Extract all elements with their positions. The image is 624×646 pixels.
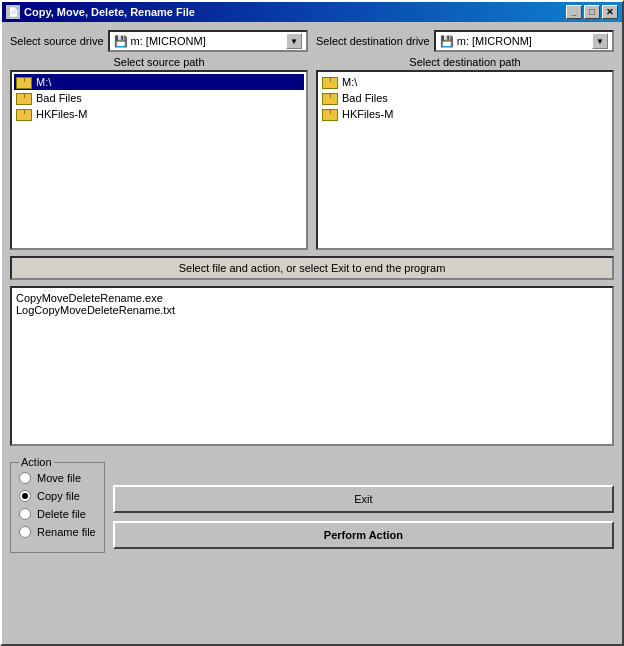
list-item[interactable]: M:\ — [14, 74, 304, 90]
folder-icon — [322, 107, 338, 121]
folder-icon — [16, 91, 32, 105]
source-file-listbox[interactable]: M:\ Bad Files HKFiles-M — [10, 70, 308, 250]
radio-delete-file[interactable]: Delete file — [19, 508, 96, 520]
action-group: Action Move file Copy file Delete file R… — [10, 456, 105, 553]
radio-rename-file[interactable]: Rename file — [19, 526, 96, 538]
radio-copy-file[interactable]: Copy file — [19, 490, 96, 502]
radio-btn-move[interactable] — [19, 472, 31, 484]
file-output-line: LogCopyMoveDeleteRename.txt — [16, 304, 608, 316]
status-bar: Select file and action, or select Exit t… — [10, 256, 614, 280]
destination-file-listbox[interactable]: M:\ Bad Files HKFiles-M — [316, 70, 614, 250]
destination-item-2: HKFiles-M — [342, 108, 393, 120]
list-item[interactable]: Bad Files — [14, 90, 304, 106]
source-item-2: HKFiles-M — [36, 108, 87, 120]
destination-path-label: Select destination path — [316, 56, 614, 68]
drive-icon: 💾 — [114, 35, 128, 48]
list-item[interactable]: M:\ — [320, 74, 610, 90]
source-drive-value: m: [MICRONM] — [131, 35, 206, 47]
source-panel: Select source drive 💾 m: [MICRONM] ▼ Sel… — [10, 30, 308, 250]
destination-drive-dropdown-btn[interactable]: ▼ — [592, 33, 608, 49]
destination-drive-select[interactable]: 💾 m: [MICRONM] ▼ — [434, 30, 614, 52]
exit-button[interactable]: Exit — [113, 485, 614, 513]
main-window: 📄 Copy, Move, Delete, Rename File _ □ ✕ … — [0, 0, 624, 646]
source-drive-select[interactable]: 💾 m: [MICRONM] ▼ — [108, 30, 308, 52]
destination-drive-row: Select destination drive 💾 m: [MICRONM] … — [316, 30, 614, 52]
destination-drive-label: Select destination drive — [316, 35, 430, 47]
list-item[interactable]: Bad Files — [320, 90, 610, 106]
source-drive-label: Select source drive — [10, 35, 104, 47]
radio-label-rename: Rename file — [37, 526, 96, 538]
content-area: Select source drive 💾 m: [MICRONM] ▼ Sel… — [2, 22, 622, 644]
drive-icon: 💾 — [440, 35, 454, 48]
window-title: Copy, Move, Delete, Rename File — [24, 6, 195, 18]
radio-move-file[interactable]: Move file — [19, 472, 96, 484]
source-path-label: Select source path — [10, 56, 308, 68]
folder-icon — [16, 107, 32, 121]
radio-btn-rename[interactable] — [19, 526, 31, 538]
destination-item-1: Bad Files — [342, 92, 388, 104]
folder-icon — [322, 75, 338, 89]
source-drive-dropdown-btn[interactable]: ▼ — [286, 33, 302, 49]
destination-item-0: M:\ — [342, 76, 357, 88]
close-button[interactable]: ✕ — [602, 5, 618, 19]
source-item-1: Bad Files — [36, 92, 82, 104]
top-section: Select source drive 💾 m: [MICRONM] ▼ Sel… — [10, 30, 614, 250]
action-group-title: Action — [19, 456, 54, 468]
file-output-area: CopyMoveDeleteRename.exe LogCopyMoveDele… — [10, 286, 614, 446]
radio-label-move: Move file — [37, 472, 81, 484]
minimize-button[interactable]: _ — [566, 5, 582, 19]
list-item[interactable]: HKFiles-M — [14, 106, 304, 122]
perform-action-button[interactable]: Perform Action — [113, 521, 614, 549]
radio-label-copy: Copy file — [37, 490, 80, 502]
file-output-line: CopyMoveDeleteRename.exe — [16, 292, 608, 304]
radio-btn-copy[interactable] — [19, 490, 31, 502]
destination-drive-value: m: [MICRONM] — [457, 35, 532, 47]
list-item[interactable]: HKFiles-M — [320, 106, 610, 122]
action-buttons: Exit Perform Action — [113, 456, 614, 553]
folder-icon — [322, 91, 338, 105]
radio-btn-delete[interactable] — [19, 508, 31, 520]
maximize-button[interactable]: □ — [584, 5, 600, 19]
bottom-section: Action Move file Copy file Delete file R… — [10, 456, 614, 553]
title-bar: 📄 Copy, Move, Delete, Rename File _ □ ✕ — [2, 2, 622, 22]
radio-label-delete: Delete file — [37, 508, 86, 520]
source-item-0: M:\ — [36, 76, 51, 88]
destination-panel: Select destination drive 💾 m: [MICRONM] … — [316, 30, 614, 250]
window-icon: 📄 — [6, 5, 20, 19]
source-drive-row: Select source drive 💾 m: [MICRONM] ▼ — [10, 30, 308, 52]
folder-icon — [16, 75, 32, 89]
title-buttons: _ □ ✕ — [566, 5, 618, 19]
